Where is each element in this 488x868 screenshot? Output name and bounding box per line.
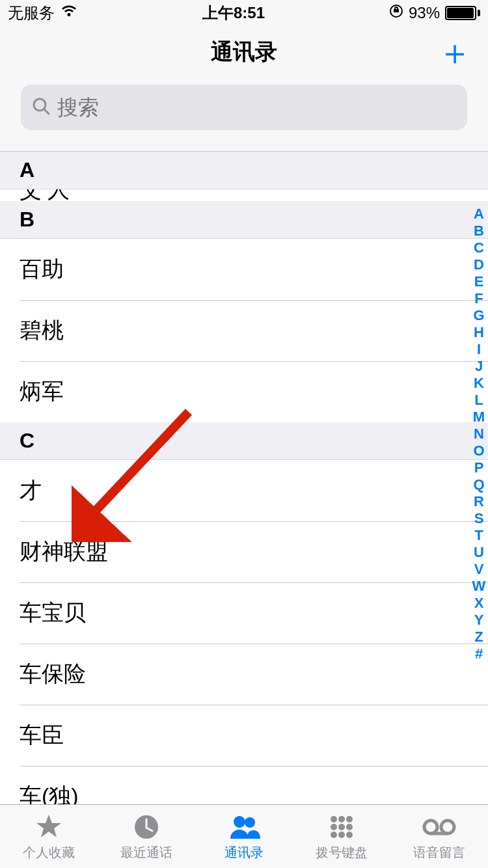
page-title: 通讯录: [211, 37, 277, 67]
tab-voicemail[interactable]: 语音留言: [390, 805, 488, 868]
contacts-list[interactable]: A 艾 人 B 百助 碧桃 炳军 C 才 财神联盟 车宝贝 车保险 车臣 车(独…: [0, 151, 488, 804]
index-letter[interactable]: C: [474, 239, 484, 256]
contact-row[interactable]: 车宝贝: [0, 582, 488, 644]
index-letter[interactable]: S: [474, 510, 484, 527]
index-letter[interactable]: I: [477, 341, 481, 358]
svg-point-8: [338, 816, 345, 822]
clock-text: 上午8:51: [202, 3, 265, 23]
star-icon: [34, 811, 63, 843]
index-letter[interactable]: V: [474, 561, 484, 578]
tab-recents[interactable]: 最近通话: [98, 805, 195, 868]
contact-row[interactable]: 车臣: [0, 705, 488, 766]
index-letter[interactable]: G: [473, 307, 484, 324]
search-container: [0, 78, 488, 142]
index-letter[interactable]: Z: [474, 629, 483, 645]
voicemail-icon: [422, 811, 457, 843]
search-icon: [31, 96, 51, 118]
search-box[interactable]: [21, 85, 467, 130]
tab-favorites[interactable]: 个人收藏: [0, 805, 98, 868]
index-letter[interactable]: F: [474, 290, 483, 307]
tab-bar: 个人收藏 最近通话 通讯录 拨号键盘 语音留言: [0, 804, 488, 868]
contact-row[interactable]: 车保险: [0, 644, 488, 705]
partial-row[interactable]: 艾 人: [0, 189, 488, 201]
orientation-lock-icon: [389, 4, 403, 22]
svg-point-14: [338, 832, 345, 838]
index-letter[interactable]: E: [474, 273, 484, 290]
tab-label: 拨号键盘: [316, 844, 368, 861]
svg-point-16: [424, 821, 437, 834]
index-letter[interactable]: B: [474, 223, 484, 239]
index-letter[interactable]: Y: [474, 612, 484, 629]
svg-point-10: [331, 824, 337, 830]
contact-row[interactable]: 炳军: [0, 361, 488, 422]
index-letter[interactable]: L: [474, 392, 483, 409]
index-letter[interactable]: M: [473, 409, 485, 426]
index-letter[interactable]: T: [474, 527, 483, 544]
status-bar: 无服务 上午8:51 93%: [0, 0, 488, 26]
index-letter[interactable]: K: [474, 375, 484, 392]
clock-icon: [132, 811, 161, 843]
index-letter[interactable]: N: [474, 426, 484, 442]
tab-keypad[interactable]: 拨号键盘: [293, 805, 390, 868]
index-letter[interactable]: O: [473, 442, 484, 459]
index-letter[interactable]: P: [474, 459, 484, 476]
index-letter[interactable]: U: [474, 544, 484, 561]
tab-label: 通讯录: [224, 844, 264, 861]
search-input[interactable]: [57, 96, 457, 120]
index-letter[interactable]: R: [474, 493, 484, 510]
index-letter[interactable]: D: [474, 256, 484, 273]
section-header-c: C: [0, 422, 488, 460]
svg-point-11: [338, 824, 345, 830]
svg-point-12: [346, 824, 353, 830]
keypad-icon: [327, 811, 356, 843]
tab-label: 最近通话: [120, 844, 172, 861]
battery-icon: [445, 6, 480, 20]
index-letter[interactable]: J: [475, 358, 483, 375]
contact-row[interactable]: 才: [0, 460, 488, 521]
section-header-b: B: [0, 201, 488, 239]
svg-point-7: [331, 816, 337, 822]
add-contact-button[interactable]: ＋: [437, 34, 472, 70]
tab-label: 语音留言: [413, 844, 465, 861]
index-letter[interactable]: H: [474, 324, 484, 341]
contact-row[interactable]: 碧桃: [0, 300, 488, 361]
battery-percent: 93%: [409, 4, 440, 22]
tab-contacts[interactable]: 通讯录: [195, 805, 293, 868]
contact-row[interactable]: 财神联盟: [0, 521, 488, 582]
nav-bar: 通讯录 ＋: [0, 26, 488, 78]
contact-row[interactable]: 百助: [0, 239, 488, 300]
svg-point-13: [331, 832, 337, 838]
svg-point-6: [245, 817, 255, 828]
index-letter[interactable]: Q: [473, 476, 484, 493]
tab-label: 个人收藏: [23, 844, 75, 861]
index-letter[interactable]: W: [472, 578, 486, 595]
index-letter[interactable]: #: [475, 645, 483, 662]
svg-point-15: [346, 832, 353, 838]
svg-point-5: [234, 816, 245, 828]
index-letter[interactable]: A: [474, 206, 484, 223]
contact-row[interactable]: 车(独): [0, 766, 488, 804]
carrier-text: 无服务: [8, 3, 55, 23]
contacts-icon: [228, 811, 260, 843]
svg-point-9: [346, 816, 353, 822]
svg-point-17: [441, 821, 454, 834]
svg-line-2: [44, 109, 49, 114]
index-letter[interactable]: X: [474, 595, 484, 612]
alpha-index[interactable]: ABCDEFGHIJKLMNOPQRSTUVWXYZ#: [471, 206, 487, 662]
section-header-a: A: [0, 152, 488, 189]
wifi-icon: [60, 4, 78, 22]
